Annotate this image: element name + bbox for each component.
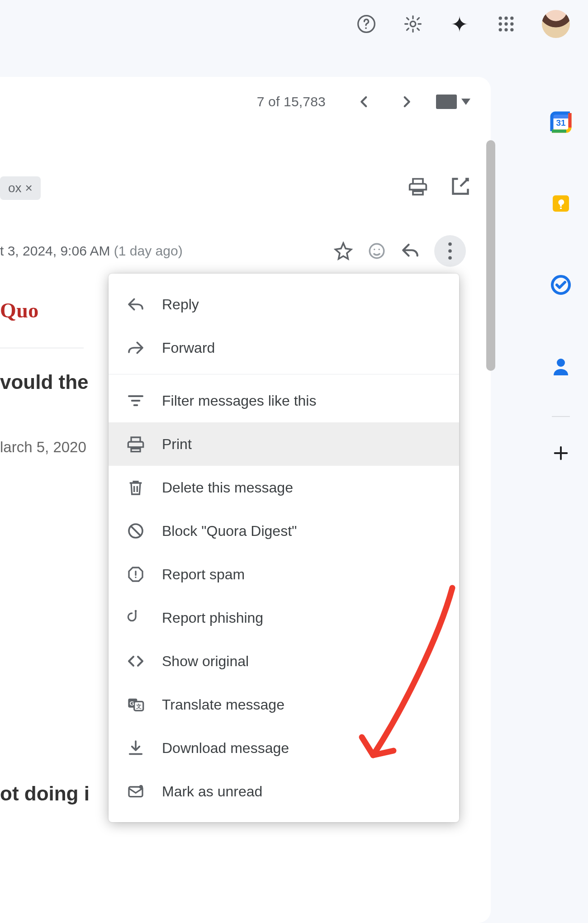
svg-text:G: G bbox=[129, 700, 134, 707]
menu-block-label: Block "Quora Digest" bbox=[162, 523, 297, 540]
svg-point-9 bbox=[499, 28, 502, 31]
svg-point-32 bbox=[139, 785, 143, 789]
mail-toolbar: 7 of 15,783 bbox=[0, 77, 491, 127]
svg-point-1 bbox=[365, 27, 367, 29]
svg-point-20 bbox=[374, 249, 375, 251]
menu-delete[interactable]: Delete this message bbox=[109, 466, 459, 509]
phishing-icon bbox=[127, 609, 145, 627]
inbox-chip[interactable]: ox × bbox=[0, 176, 41, 200]
menu-translate[interactable]: G文 Translate message bbox=[109, 683, 459, 726]
block-icon bbox=[127, 522, 145, 540]
svg-point-23 bbox=[448, 249, 452, 253]
rail-keep[interactable] bbox=[550, 163, 572, 244]
svg-text:31: 31 bbox=[556, 118, 566, 128]
menu-filter-label: Filter messages like this bbox=[162, 393, 316, 409]
chevron-left-icon[interactable] bbox=[356, 94, 372, 109]
svg-point-24 bbox=[448, 256, 452, 260]
menu-phishing-label: Report phishing bbox=[162, 610, 263, 626]
chevron-down-icon bbox=[461, 99, 470, 105]
svg-point-26 bbox=[135, 610, 137, 612]
menu-print[interactable]: Print bbox=[109, 422, 459, 466]
svg-point-19 bbox=[370, 244, 384, 258]
menu-original[interactable]: Show original bbox=[109, 639, 459, 683]
menu-block[interactable]: Block "Quora Digest" bbox=[109, 509, 459, 553]
chip-text: ox bbox=[8, 181, 22, 195]
menu-translate-label: Translate message bbox=[162, 696, 285, 713]
svg-text:文: 文 bbox=[136, 703, 142, 709]
menu-phishing[interactable]: Report phishing bbox=[109, 596, 459, 639]
apps-grid-icon[interactable] bbox=[495, 13, 517, 35]
older-newer-nav bbox=[356, 94, 414, 109]
svg-point-5 bbox=[510, 17, 513, 20]
open-external-icon[interactable] bbox=[450, 176, 470, 196]
trash-icon bbox=[127, 478, 145, 497]
more-button[interactable] bbox=[434, 235, 466, 267]
menu-forward[interactable]: Forward bbox=[109, 326, 459, 369]
download-icon bbox=[127, 739, 145, 757]
message-more-menu: Reply Forward Filter messages like this … bbox=[109, 274, 459, 822]
print-icon[interactable] bbox=[408, 176, 428, 196]
menu-forward-label: Forward bbox=[162, 340, 215, 356]
kebab-icon bbox=[448, 242, 452, 260]
menu-delete-label: Delete this message bbox=[162, 479, 293, 496]
menu-filter[interactable]: Filter messages like this bbox=[109, 379, 459, 422]
rail-add[interactable] bbox=[552, 435, 570, 471]
reply-icon[interactable] bbox=[401, 241, 420, 260]
svg-point-18 bbox=[557, 359, 565, 367]
menu-reply-label: Reply bbox=[162, 296, 199, 313]
message-meta: t 3, 2024, 9:06 AM (1 day ago) bbox=[0, 235, 491, 267]
keyboard-icon bbox=[436, 95, 457, 109]
print-icon bbox=[127, 435, 145, 453]
svg-point-3 bbox=[499, 17, 502, 20]
translate-icon: G文 bbox=[127, 696, 145, 714]
app-header bbox=[0, 0, 588, 48]
menu-download[interactable]: Download message bbox=[109, 726, 459, 770]
svg-point-22 bbox=[448, 242, 452, 246]
menu-unread[interactable]: Mark as unread bbox=[109, 770, 459, 813]
svg-point-7 bbox=[504, 22, 507, 25]
svg-point-6 bbox=[499, 22, 502, 25]
menu-print-label: Print bbox=[162, 436, 192, 453]
chevron-right-icon[interactable] bbox=[399, 94, 414, 109]
menu-original-label: Show original bbox=[162, 653, 249, 670]
sparkle-icon[interactable] bbox=[449, 13, 470, 35]
chip-remove-icon[interactable]: × bbox=[25, 181, 33, 195]
svg-point-10 bbox=[504, 28, 507, 31]
menu-unread-label: Mark as unread bbox=[162, 783, 262, 800]
rail-calendar[interactable]: 31 bbox=[550, 81, 572, 163]
star-icon[interactable] bbox=[334, 241, 353, 260]
svg-point-4 bbox=[504, 17, 507, 20]
filter-icon bbox=[127, 392, 145, 410]
mark-unread-icon bbox=[127, 782, 145, 800]
spam-icon bbox=[127, 565, 145, 583]
svg-point-21 bbox=[379, 249, 380, 251]
input-tool-selector[interactable] bbox=[436, 95, 470, 109]
label-row: ox × bbox=[0, 176, 491, 200]
side-panel: 31 bbox=[534, 81, 588, 471]
divider bbox=[0, 348, 84, 348]
meta-date: t 3, 2024, 9:06 AM (1 day ago) bbox=[0, 243, 183, 259]
forward-icon bbox=[127, 339, 145, 357]
menu-spam[interactable]: Report spam bbox=[109, 553, 459, 596]
gear-icon[interactable] bbox=[402, 13, 424, 35]
rail-contacts[interactable] bbox=[550, 326, 572, 407]
menu-download-label: Download message bbox=[162, 740, 289, 757]
rail-tasks[interactable] bbox=[550, 244, 572, 326]
body-doing-fragment: ot doing i bbox=[0, 782, 90, 805]
svg-point-8 bbox=[510, 22, 513, 25]
help-icon[interactable] bbox=[356, 13, 377, 35]
reply-icon bbox=[127, 295, 145, 313]
svg-point-11 bbox=[510, 28, 513, 31]
code-icon bbox=[127, 652, 145, 670]
emoji-icon[interactable] bbox=[367, 241, 386, 260]
menu-separator bbox=[109, 374, 459, 374]
rail-divider bbox=[552, 416, 570, 417]
page-counter: 7 of 15,783 bbox=[257, 94, 326, 109]
menu-spam-label: Report spam bbox=[162, 566, 245, 583]
menu-reply[interactable]: Reply bbox=[109, 283, 459, 326]
svg-point-2 bbox=[410, 21, 416, 27]
avatar[interactable] bbox=[542, 10, 570, 38]
